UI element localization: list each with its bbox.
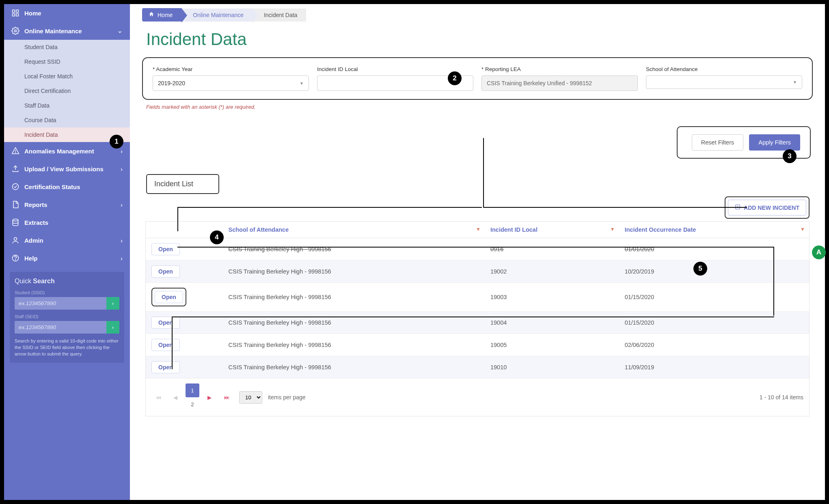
sidebar-label: Help — [24, 255, 38, 262]
chevron-right-icon: › — [121, 201, 123, 208]
breadcrumb-home[interactable]: Home — [142, 8, 181, 22]
callout-4: 4 — [210, 230, 224, 244]
sidebar-label: Extracts — [24, 219, 48, 226]
input-reporting-lea[interactable]: CSIS Training Berkeley Unified - 9998152 — [481, 75, 638, 91]
sidebar-sub-item[interactable]: Request SSID — [4, 54, 130, 69]
sidebar-item-upload[interactable]: Upload / View Submissions › — [4, 160, 130, 178]
cell-incident-id: 0916 — [485, 238, 619, 261]
connector-line — [172, 317, 173, 369]
filter-icon[interactable]: ▼ — [476, 226, 481, 232]
open-button[interactable]: Open — [151, 317, 180, 329]
pager-last[interactable]: ⏭ — [220, 390, 233, 404]
label-academic-year: * Academic Year — [153, 66, 309, 72]
sidebar-sub-item[interactable]: Student Data — [4, 40, 130, 54]
sidebar-label: Home — [24, 10, 41, 17]
required-note: Fields marked with an asterisk (*) are r… — [130, 100, 825, 114]
help-icon — [11, 254, 19, 262]
open-button[interactable]: Open — [155, 291, 183, 303]
sidebar-label: Admin — [24, 237, 43, 244]
field-school: School of Attendance ▼ — [646, 66, 802, 91]
sidebar-label: Anomalies Management — [24, 148, 94, 155]
sidebar-label: Reports — [24, 201, 47, 208]
connector-line — [483, 138, 484, 207]
chevron-right-icon: › — [121, 255, 123, 262]
filter-panel: * Academic Year 2019-2020 ▼ Incident ID … — [142, 57, 813, 100]
breadcrumb: Home Online Maintenance Incident Data — [130, 4, 825, 26]
svg-point-4 — [15, 30, 17, 32]
qs-staff-label: Staff (SEID) — [15, 314, 119, 319]
sidebar-sub-item[interactable]: Local Foster Match — [4, 69, 130, 84]
select-school[interactable]: ▼ — [646, 75, 802, 89]
cell-incident-id: 19003 — [485, 283, 619, 312]
svg-point-9 — [14, 237, 17, 240]
open-button[interactable]: Open — [151, 265, 180, 278]
sidebar-label: Certification Status — [24, 183, 80, 190]
connector-line — [773, 247, 774, 316]
select-academic-year[interactable]: 2019-2020 ▼ — [153, 75, 309, 91]
sidebar-item-help[interactable]: Help › — [4, 249, 130, 267]
pager-next[interactable]: ▶ — [203, 390, 216, 404]
pager-prev[interactable]: ◀ — [168, 390, 182, 404]
cell-date: 01/15/2020 — [619, 283, 810, 312]
sidebar-sub-item[interactable]: Staff Data — [4, 98, 130, 113]
field-reporting-lea: * Reporting LEA CSIS Training Berkeley U… — [481, 66, 638, 91]
check-circle-icon — [11, 183, 19, 191]
table-row: OpenCSIS Training Berkeley High - 999815… — [146, 261, 810, 283]
qs-student-go[interactable]: › — [106, 297, 119, 310]
callout-1: 1 — [110, 135, 123, 149]
cell-date: 10/20/2019 — [619, 261, 810, 283]
pager-size-select[interactable]: 10 — [239, 391, 262, 404]
cell-date: 01/15/2020 — [619, 312, 810, 334]
upload-icon — [11, 165, 19, 173]
svg-rect-1 — [16, 10, 19, 13]
label-incident-id: Incident ID Local — [317, 66, 473, 72]
sidebar-item-cert[interactable]: Certification Status — [4, 178, 130, 196]
filter-icon[interactable]: ▼ — [800, 226, 805, 232]
cell-date: 11/09/2019 — [619, 356, 810, 379]
document-icon — [11, 200, 19, 209]
cell-incident-id: 19005 — [485, 334, 619, 356]
apply-filters-button[interactable]: Apply Filters — [749, 134, 800, 151]
qs-student-input[interactable] — [15, 297, 106, 310]
qs-staff-go[interactable]: › — [106, 321, 119, 334]
user-icon — [11, 236, 19, 244]
connector-line — [483, 207, 747, 208]
col-incident-id[interactable]: Incident ID Local ▼ — [485, 222, 619, 238]
reset-filters-button[interactable]: Reset Filters — [692, 134, 743, 151]
cell-incident-id: 19002 — [485, 261, 619, 283]
pager-page-1[interactable]: 1 — [186, 383, 199, 397]
sidebar-item-extracts[interactable]: Extracts — [4, 213, 130, 231]
pager-page-2[interactable]: 2 — [186, 397, 199, 411]
pager-size-label: items per page — [268, 394, 306, 401]
open-button[interactable]: Open — [151, 361, 180, 373]
col-date[interactable]: Incident Occurrence Date ▼ — [619, 222, 810, 238]
sidebar: Home Online Maintenance ⌄ Student DataRe… — [4, 4, 130, 500]
qs-staff-input[interactable] — [15, 321, 106, 334]
sidebar-item-home[interactable]: Home — [4, 4, 130, 22]
open-highlight: Open — [151, 288, 186, 306]
pager-first[interactable]: ⏮ — [151, 390, 165, 404]
callout-2: 2 — [448, 71, 462, 85]
open-button[interactable]: Open — [151, 243, 180, 255]
cell-incident-id: 19010 — [485, 356, 619, 379]
sidebar-item-reports[interactable]: Reports › — [4, 196, 130, 213]
sidebar-item-online-maintenance[interactable]: Online Maintenance ⌄ — [4, 22, 130, 40]
filter-icon[interactable]: ▼ — [610, 226, 615, 232]
sidebar-sub-item[interactable]: Course Data — [4, 113, 130, 127]
home-icon — [149, 11, 154, 18]
label-reporting-lea: * Reporting LEA — [481, 66, 638, 72]
incident-table: School of Attendance ▼ Incident ID Local… — [145, 221, 810, 379]
cell-school: CSIS Training Berkeley High - 9998156 — [223, 283, 485, 312]
incident-table-wrap: ADD NEW INCIDENT School of Attendance ▼ … — [145, 196, 810, 416]
open-button[interactable]: Open — [151, 339, 180, 351]
chevron-right-icon: › — [121, 148, 123, 155]
connector-line — [177, 207, 178, 231]
svg-rect-0 — [13, 10, 15, 13]
main-content: Home Online Maintenance Incident Data In… — [130, 4, 825, 500]
qs-hint: Search by entering a valid 10-digit code… — [15, 338, 119, 357]
cell-school: CSIS Training Berkeley High - 9998156 — [223, 312, 485, 334]
col-school[interactable]: School of Attendance ▼ — [223, 222, 485, 238]
breadcrumb-online-maintenance[interactable]: Online Maintenance — [181, 9, 253, 22]
sidebar-sub-item[interactable]: Direct Certification — [4, 84, 130, 98]
sidebar-item-admin[interactable]: Admin › — [4, 231, 130, 249]
